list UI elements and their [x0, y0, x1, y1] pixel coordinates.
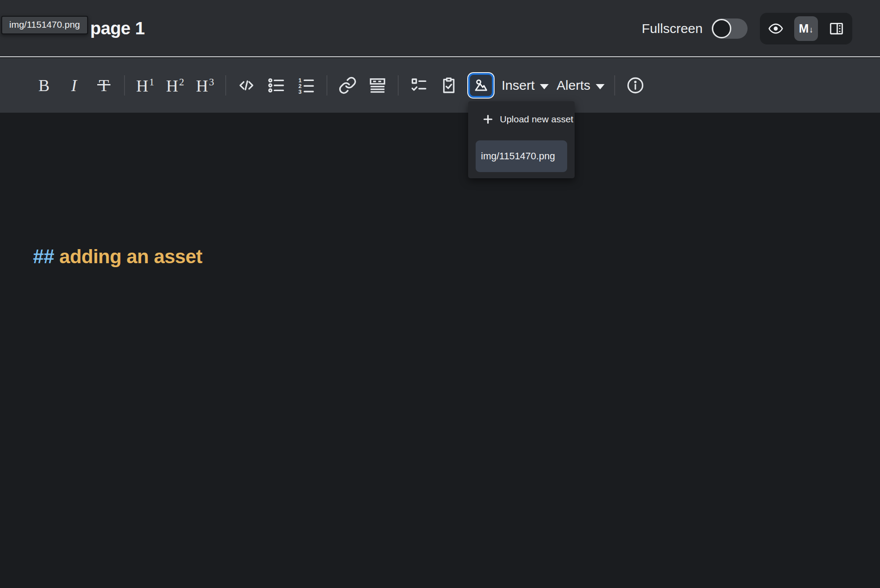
- italic-button[interactable]: I: [63, 71, 84, 99]
- code-block-button[interactable]: [236, 71, 257, 99]
- preview-eye-button[interactable]: [768, 21, 784, 37]
- strikethrough-button[interactable]: T: [93, 71, 114, 99]
- strikethrough-icon: T: [99, 77, 109, 94]
- plus-icon: [483, 114, 493, 125]
- header-bar: page 1 img/1151470.png Fullscreen: [0, 0, 880, 57]
- heading2-button[interactable]: H2: [165, 71, 186, 99]
- bold-button[interactable]: B: [33, 71, 55, 99]
- heading-hashes: ##: [33, 246, 59, 267]
- numbered-list-button[interactable]: 1 2 3: [296, 71, 317, 99]
- table-button[interactable]: [367, 71, 388, 99]
- table-icon: [368, 76, 387, 95]
- bullet-list-button[interactable]: [266, 71, 287, 99]
- toolbar-separator: [225, 75, 226, 96]
- h1-icon: H1: [136, 77, 154, 94]
- toolbar-separator: [398, 75, 399, 96]
- bold-icon: B: [38, 77, 49, 94]
- upload-new-asset-button[interactable]: Upload new asset: [468, 113, 575, 126]
- editor-surface[interactable]: ## adding an asset: [0, 114, 880, 588]
- asset-list-item[interactable]: img/1151470.png: [476, 140, 567, 172]
- editor-window: page 1 img/1151470.png Fullscreen: [0, 0, 880, 588]
- markdown-mode-button[interactable]: M↓: [794, 16, 818, 41]
- link-button[interactable]: [337, 71, 358, 99]
- upload-new-asset-label: Upload new asset: [500, 114, 573, 125]
- toolbar-separator: [614, 75, 615, 96]
- page-title[interactable]: page 1: [90, 18, 145, 38]
- toolbar-separator: [124, 75, 125, 96]
- heading3-button[interactable]: H3: [194, 71, 216, 99]
- bullet-list-icon: [267, 76, 286, 95]
- chevron-down-icon: [540, 84, 549, 89]
- split-layout-icon: [829, 21, 844, 37]
- image-icon: [472, 77, 490, 94]
- svg-text:3: 3: [298, 88, 301, 95]
- code-icon: [237, 76, 256, 95]
- numbered-list-icon: 1 2 3: [297, 76, 315, 95]
- fullscreen-label: Fullscreen: [642, 21, 703, 36]
- h2-icon: H2: [166, 77, 184, 94]
- task-list-button[interactable]: [408, 71, 429, 99]
- h3-icon: H3: [196, 77, 214, 94]
- split-view-button[interactable]: [829, 21, 844, 37]
- alerts-menu-button[interactable]: Alerts: [557, 78, 605, 93]
- link-icon: [338, 76, 357, 95]
- info-button[interactable]: [625, 71, 646, 99]
- fullscreen-toggle[interactable]: [711, 18, 748, 39]
- insert-menu-button[interactable]: Insert: [502, 78, 549, 93]
- alerts-menu-label: Alerts: [557, 78, 590, 93]
- eye-icon: [768, 21, 784, 37]
- markdown-icon: M↓: [799, 22, 814, 36]
- italic-icon: I: [71, 77, 77, 94]
- clipboard-check-icon: [440, 76, 458, 95]
- chevron-down-icon: [596, 84, 605, 89]
- task-list-icon: [410, 76, 428, 95]
- info-icon: [626, 76, 645, 95]
- insert-image-button[interactable]: [468, 73, 494, 98]
- heading-text: adding an asset: [59, 246, 202, 267]
- header-controls: Fullscreen M↓: [642, 0, 852, 57]
- toolbar-separator: [326, 75, 327, 96]
- heading1-button[interactable]: H1: [135, 71, 156, 99]
- formatting-toolbar: B I T H1 H2 H3: [0, 58, 880, 113]
- clipboard-check-button[interactable]: [438, 71, 459, 99]
- insert-menu-label: Insert: [502, 78, 535, 93]
- asset-dropdown: Upload new asset img/1151470.png: [468, 101, 575, 178]
- asset-path-tooltip: img/1151470.png: [1, 16, 88, 34]
- markdown-heading-line: ## adding an asset: [33, 246, 202, 268]
- toggle-knob: [712, 19, 731, 38]
- view-mode-group: M↓: [760, 13, 852, 44]
